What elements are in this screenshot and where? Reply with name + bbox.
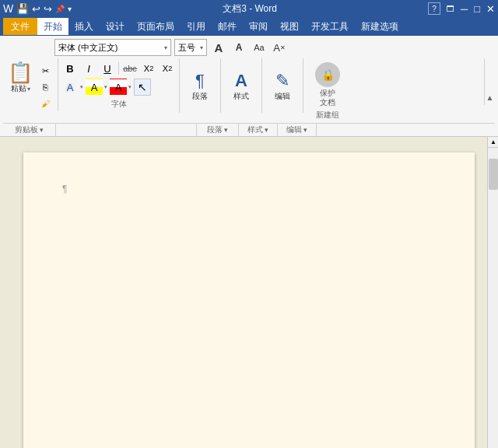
menu-bar: 文件 开始 插入 设计 页面布局 引用 邮件 审阅 视图 开发工具 新建选项 bbox=[0, 17, 498, 36]
styles-content: A 样式 bbox=[224, 60, 258, 113]
scroll-up-arrow[interactable]: ▲ bbox=[488, 137, 498, 148]
paragraph-group-label: 段落 bbox=[207, 124, 223, 135]
editing-icon: ✎ bbox=[275, 71, 289, 91]
paragraph-icon: ¶ bbox=[195, 71, 205, 91]
close-icon[interactable]: ✕ bbox=[486, 3, 495, 15]
clear-format-button[interactable]: A✕ bbox=[271, 39, 288, 56]
file-menu[interactable]: 文件 bbox=[3, 18, 37, 35]
vertical-scrollbar[interactable]: ▲ ▼ bbox=[487, 137, 498, 448]
window-title: 文档3 - Word bbox=[72, 2, 428, 16]
cut-button[interactable]: ✂ bbox=[37, 63, 53, 79]
paste-label: 粘贴 bbox=[11, 83, 26, 94]
paragraph-expand-icon[interactable]: ▾ bbox=[224, 126, 228, 134]
protect-doc-button[interactable]: 🔒 保护文档 bbox=[310, 60, 345, 110]
increase-font-size-button[interactable]: A bbox=[210, 39, 227, 56]
subscript-button[interactable]: X2 bbox=[140, 60, 157, 77]
editing-label-area: 编辑 ▾ bbox=[278, 124, 317, 136]
phonetic-guide-button[interactable]: Aa bbox=[251, 39, 268, 56]
clipboard-group: 📋 粘贴 ▾ ✂ ⎘ 🖌 bbox=[3, 58, 58, 111]
customize-icon[interactable]: 📌 bbox=[55, 5, 65, 13]
help-icon[interactable]: ? bbox=[428, 2, 440, 15]
redo-icon[interactable]: ↪ bbox=[44, 3, 52, 15]
text-effect-button[interactable]: A bbox=[61, 79, 79, 96]
paste-button[interactable]: 📋 粘贴 ▾ bbox=[5, 60, 36, 96]
document-area[interactable]: ¶ ▲ ▼ bbox=[0, 137, 498, 448]
text-effect-arrow[interactable]: ▾ bbox=[80, 84, 83, 90]
font-color-button[interactable]: A bbox=[110, 79, 127, 96]
font-color-arrow[interactable]: ▾ bbox=[128, 84, 132, 90]
font-group: B I U abc X2 X2 A ▾ A ▾ A ▾ ↖ 字体 bbox=[58, 58, 180, 113]
protect-icon: 🔒 bbox=[315, 62, 340, 87]
menu-references[interactable]: 引用 bbox=[181, 18, 212, 35]
styles-label-area: 样式 ▾ bbox=[239, 124, 278, 136]
font-size-dropdown[interactable]: 五号 ▾ bbox=[174, 39, 207, 56]
menu-layout[interactable]: 页面布局 bbox=[131, 18, 181, 35]
font-group-label: 字体 bbox=[61, 97, 176, 111]
group-labels-bar: 剪贴板 ▾ 段落 ▾ 样式 ▾ 编辑 ▾ bbox=[3, 123, 495, 136]
menu-view[interactable]: 视图 bbox=[274, 18, 305, 35]
paragraph-content: ¶ 段落 bbox=[183, 60, 217, 113]
menu-start[interactable]: 开始 bbox=[37, 18, 68, 35]
strikethrough-button[interactable]: abc bbox=[121, 60, 139, 77]
editing-group: ✎ 编辑 bbox=[262, 58, 303, 113]
save-icon[interactable]: 💾 bbox=[16, 3, 29, 15]
word-logo-icon: W bbox=[3, 2, 13, 15]
paste-dropdown-arrow[interactable]: ▾ bbox=[27, 86, 30, 93]
clipboard-side-buttons: ✂ ⎘ 🖌 bbox=[37, 60, 53, 111]
font-dropdown-arrow: ▾ bbox=[164, 44, 167, 51]
copy-button[interactable]: ⎘ bbox=[37, 79, 53, 95]
menu-developer[interactable]: 开发工具 bbox=[305, 18, 355, 35]
font-format-row2: A ▾ A ▾ A ▾ ↖ bbox=[61, 79, 176, 96]
minimize-icon[interactable]: ─ bbox=[461, 3, 468, 15]
ribbon-expand: ▲ bbox=[484, 58, 495, 107]
paragraph-label: 段落 bbox=[192, 91, 208, 102]
cursor-icon: ↖ bbox=[138, 81, 147, 93]
cursor-format-button[interactable]: ↖ bbox=[134, 79, 151, 96]
main-content: ¶ ▲ ▼ 第1页，共1页 0 个字 中文(中国) 📄 📖 🌐 ≡ 100% −… bbox=[0, 137, 498, 448]
editing-content: ✎ 编辑 bbox=[265, 60, 300, 113]
scrollbar-thumb[interactable] bbox=[489, 159, 498, 190]
clipboard-expand-icon[interactable]: ▾ bbox=[40, 126, 44, 134]
styles-button[interactable]: A 样式 bbox=[224, 65, 258, 108]
superscript-button[interactable]: X2 bbox=[159, 60, 176, 77]
clipboard-label-area: 剪贴板 ▾ bbox=[3, 124, 56, 136]
italic-button[interactable]: I bbox=[80, 60, 97, 77]
styles-expand-icon[interactable]: ▾ bbox=[265, 126, 268, 134]
editing-group-label: 编辑 bbox=[286, 124, 302, 135]
paragraph-button[interactable]: ¶ 段落 bbox=[183, 65, 217, 108]
styles-group-label: 样式 bbox=[247, 124, 263, 135]
menu-new-group[interactable]: 新建选项 bbox=[355, 18, 405, 35]
ribbon-row1: 宋体 (中文正文) ▾ 五号 ▾ A A Aa A✕ bbox=[3, 39, 495, 56]
font-name-dropdown[interactable]: 宋体 (中文正文) ▾ bbox=[54, 39, 171, 56]
maximize-icon[interactable]: □ bbox=[474, 3, 480, 15]
clipboard-group-label: 剪贴板 bbox=[15, 124, 38, 135]
document-page[interactable]: ¶ bbox=[23, 152, 475, 448]
protect-label: 保护文档 bbox=[320, 89, 335, 107]
font-size-value: 五号 bbox=[178, 42, 195, 54]
menu-insert[interactable]: 插入 bbox=[68, 18, 100, 35]
editing-label: 编辑 bbox=[275, 91, 290, 102]
protect-group: 🔒 保护文档 新建组 bbox=[303, 58, 352, 122]
paragraph-mark-char: ¶ bbox=[62, 184, 67, 194]
ribbon-minimize-icon[interactable]: 🗖 bbox=[447, 5, 454, 13]
ribbon: 宋体 (中文正文) ▾ 五号 ▾ A A Aa A✕ 📋 粘贴 ▾ bbox=[0, 36, 498, 137]
bold-button[interactable]: B bbox=[61, 60, 79, 77]
editing-button[interactable]: ✎ 编辑 bbox=[265, 65, 300, 108]
font-format-row1: B I U abc X2 X2 bbox=[61, 60, 176, 77]
ribbon-scroll-btn[interactable]: ▲ bbox=[484, 58, 495, 105]
editing-expand-icon[interactable]: ▾ bbox=[303, 126, 307, 134]
undo-icon[interactable]: ↩ bbox=[32, 3, 40, 15]
menu-review[interactable]: 审阅 bbox=[243, 18, 274, 35]
title-left-icons: W 💾 ↩ ↪ 📌 ▾ bbox=[3, 2, 72, 15]
menu-design[interactable]: 设计 bbox=[100, 18, 131, 35]
menu-mailings[interactable]: 邮件 bbox=[212, 18, 243, 35]
font-size-arrow: ▾ bbox=[200, 44, 203, 51]
paragraph-label-area: 段落 ▾ bbox=[196, 124, 239, 136]
decrease-font-size-button[interactable]: A bbox=[230, 39, 247, 56]
font-name-value: 宋体 (中文正文) bbox=[58, 42, 117, 54]
ribbon-groups: 📋 粘贴 ▾ ✂ ⎘ 🖌 B I U abc X2 X2 bbox=[3, 58, 495, 122]
highlight-color-button[interactable]: A bbox=[86, 79, 103, 96]
highlight-arrow[interactable]: ▾ bbox=[104, 84, 107, 90]
format-painter-button[interactable]: 🖌 bbox=[37, 96, 53, 111]
underline-button[interactable]: U bbox=[99, 60, 116, 77]
